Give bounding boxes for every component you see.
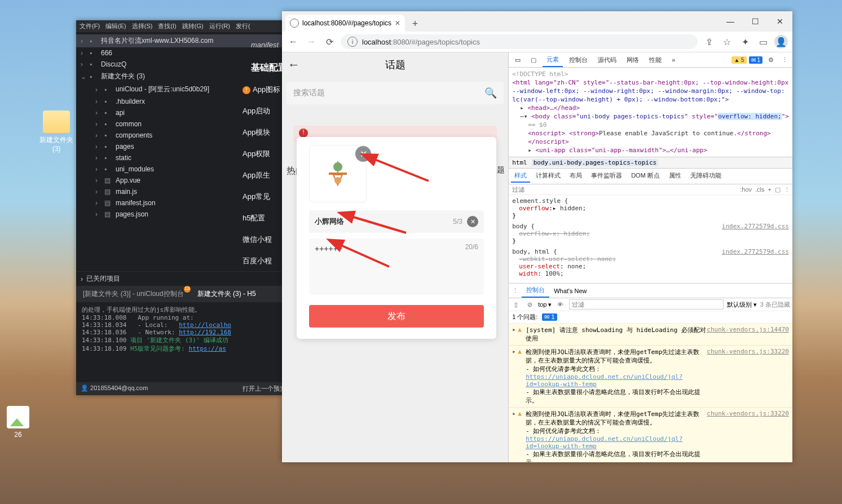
info-count-badge[interactable]: ✉ 1 [749,56,762,64]
elements-tree[interactable]: <!DOCTYPE html> <html lang="zh-CN" style… [509,68,792,157]
drawer-tab-whatsnew[interactable]: What's New [549,285,591,297]
window-close-button[interactable]: ✕ [768,11,792,32]
settings-item[interactable]: App模块 [243,122,288,143]
settings-item[interactable]: App原生 [243,165,288,186]
menu-file[interactable]: 文件(F) [80,22,100,30]
bottom-tab-unicloud[interactable]: [新建文件夹 (3)] - uniCloud控制台 13 [83,289,184,299]
more-icon[interactable]: ⋮ [784,186,790,193]
settings-item[interactable]: App常见 [243,186,288,207]
device-toggle-icon[interactable]: ▢ [527,54,540,66]
reading-list-icon[interactable]: ▭ [756,35,770,48]
menu-run[interactable]: 运行(R) [209,22,230,30]
warning-count-badge[interactable]: ▲ 5 [731,56,746,64]
maximize-button[interactable]: ☐ [743,11,768,32]
clear-console-icon[interactable]: ⊘ [524,301,535,308]
styles-tab-dom-bp[interactable]: DOM 断点 [628,170,663,183]
settings-item[interactable]: App图标 [243,79,288,100]
bottom-tab-h5[interactable]: 新建文件夹 (3) - H5 [197,289,256,299]
css-source-link[interactable]: index.2772579d.css [722,223,789,230]
source-link[interactable]: chunk-vendors.js:33220 [707,348,789,405]
settings-item[interactable]: h5配置 [243,207,288,229]
menu-publish[interactable]: 发行( [236,22,250,30]
menu-select[interactable]: 选择(S) [132,22,153,30]
styles-tab-computed[interactable]: 计算样式 [532,170,564,183]
site-info-icon[interactable]: i [347,37,358,47]
console-filter-input[interactable] [569,299,724,310]
dom-breadcrumb[interactable]: html body.uni-body.pages-topics-topics [509,157,792,169]
drawer-tab-console[interactable]: 控制台 [522,284,549,298]
menu-goto[interactable]: 跳转(G) [182,22,204,30]
settings-item[interactable]: App启动 [243,100,288,122]
console-link[interactable]: http://localho [179,321,231,329]
dt-tab-performance[interactable]: 性能 [645,54,665,67]
search-input[interactable]: 搜索话题 🔍 [286,82,504,104]
tab-close-icon[interactable]: ✕ [395,19,400,27]
styles-tab-layout[interactable]: 布局 [566,170,585,183]
breadcrumb-item[interactable]: body.uni-body.pages-topics-topics [532,159,659,166]
tree-folder[interactable]: ▪666 [76,47,290,59]
dt-tab-sources[interactable]: 源代码 [594,54,620,67]
new-tab-button[interactable]: + [407,16,423,32]
source-link[interactable]: chunk-vendors.js:14470 [707,326,789,343]
hov-toggle[interactable]: :hov [740,186,752,193]
source-link[interactable]: chunk-vendors.js:33220 [707,410,789,462]
device-icon[interactable]: ▢ [775,186,781,193]
nav-forward-button[interactable]: → [305,35,318,48]
nav-reload-button[interactable]: ⟳ [323,35,336,48]
settings-item[interactable]: 百度小程 [243,250,288,272]
styles-tab-styles[interactable]: 样式 [511,170,530,183]
clear-input-button[interactable]: ✕ [467,216,478,227]
publish-button[interactable]: 发布 [309,305,484,328]
status-action[interactable]: 打开上一个预览 [243,384,286,393]
expand-icon[interactable]: ▸ [512,326,518,343]
styles-filter-input[interactable] [511,185,591,193]
console-link[interactable]: http://192.168 [179,329,231,336]
profile-avatar[interactable]: 👤 [774,35,788,48]
desktop-image[interactable]: 26 [7,406,29,439]
menu-edit[interactable]: 编辑(E) [105,22,126,30]
dt-tab-network[interactable]: 网络 [623,54,643,67]
new-rule-button[interactable]: + [768,186,772,193]
doc-link[interactable]: https://uniapp.dcloud.net.cn/uniCloud/jq… [526,373,682,388]
issues-bar[interactable]: 1 个问题: ✉ 1 [509,311,792,324]
kebab-menu-icon[interactable]: ⋮ [779,56,790,64]
styles-tab-a11y[interactable]: 无障碍功能 [687,170,725,183]
cls-toggle[interactable]: .cls [755,186,765,193]
settings-icon[interactable]: ⚙ [765,56,777,64]
close-modal-button[interactable]: ✕ [355,146,371,162]
dt-tab-elements[interactable]: 元素 [543,53,563,67]
dt-tab-console[interactable]: 控制台 [565,54,592,67]
settings-item[interactable]: 微信小程 [243,229,288,250]
bookmark-icon[interactable]: ☆ [720,35,734,48]
console-link[interactable]: https://as [189,345,226,352]
dom-line[interactable]: ▸ <uni-app class="uni-app--maxwidth">…</… [512,146,789,154]
url-input[interactable]: i localhost:8080/#/pages/topics/topics [341,34,698,49]
log-level-select[interactable]: 默认级别 ▾ [727,300,757,309]
context-select[interactable]: top ▾ [538,301,552,308]
dom-line[interactable]: ▸ <head>…</head> [512,104,789,112]
content-textarea[interactable]: 20/6 ++++++ [309,238,484,295]
expand-icon[interactable]: ▸ [512,410,518,462]
settings-item[interactable]: App权限 [243,143,288,165]
css-source-link[interactable]: index.2772579d.css [722,248,789,255]
drawer-menu-icon[interactable]: ⋮ [509,287,522,294]
styles-body[interactable]: element.style { overflow:▸ hidden; } ind… [509,195,792,283]
inspect-icon[interactable]: ▭ [511,54,524,66]
live-expression-icon[interactable]: 👁 [556,301,566,308]
styles-tab-props[interactable]: 属性 [665,170,685,183]
doc-link[interactable]: https://uniapp.dcloud.net.cn/uniCloud/jq… [526,435,682,450]
minimize-button[interactable]: — [718,11,743,32]
extensions-icon[interactable]: ✦ [738,35,752,48]
sidebar-toggle-icon[interactable]: ▯ [511,301,521,308]
dom-line-selected[interactable]: ⋯▾ <body class="uni-body pages-topics-to… [512,112,789,121]
desktop-folder[interactable]: 新建文件夹 (3) [39,110,73,153]
styles-tab-listeners[interactable]: 事件监听器 [588,170,625,183]
breadcrumb-item[interactable]: html [512,159,527,166]
expand-icon[interactable]: ▸ [512,348,518,405]
closed-projects[interactable]: 已关闭项目 [76,271,290,286]
nav-back-button[interactable]: ← [286,35,300,48]
menu-find[interactable]: 查找(I) [158,22,176,30]
dt-tab-more[interactable]: » [668,54,679,65]
back-arrow-icon[interactable]: ← [288,58,300,72]
title-input[interactable]: 小辉网络 5/3 ✕ [309,210,484,233]
